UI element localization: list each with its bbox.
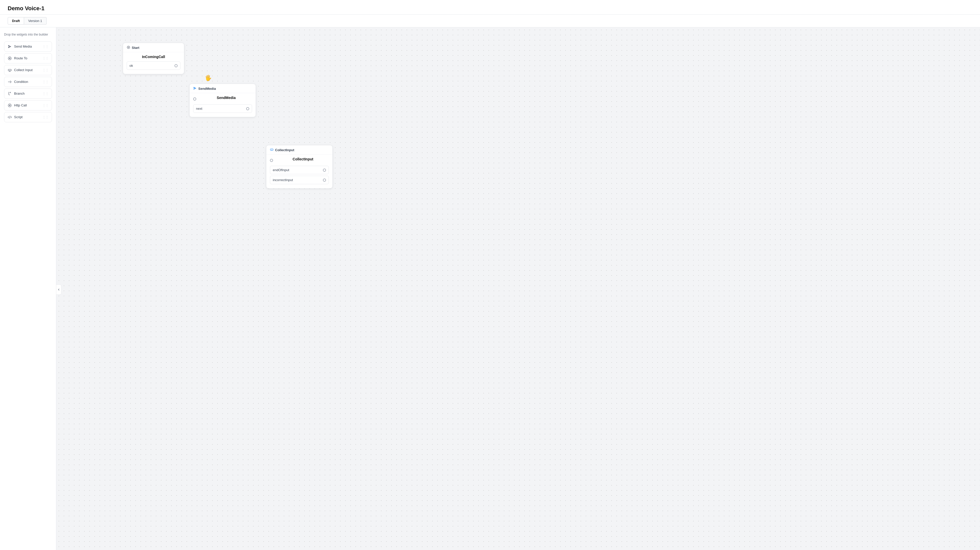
port-label-eof: endOfInput bbox=[273, 168, 289, 172]
sidebar-hint: Drop the widgets into the builder bbox=[4, 32, 52, 37]
node-collectinput-body: CollectInput endOfInput incorrectInput bbox=[266, 154, 332, 188]
sidebar-item-collect-input[interactable]: Collect Input ⋮⋮ bbox=[4, 65, 52, 75]
node-start-body: InComingCall ok bbox=[123, 52, 184, 74]
node-start-header: Start bbox=[123, 43, 184, 52]
sidebar-item-condition[interactable]: Condition ⋮⋮ bbox=[4, 77, 52, 87]
collect-input-icon bbox=[8, 68, 12, 72]
svg-point-1 bbox=[9, 57, 11, 59]
main-layout: Drop the widgets into the builder Send M… bbox=[0, 27, 980, 550]
port-label-ok: ok bbox=[129, 64, 133, 68]
sidebar-item-label: Route To bbox=[14, 56, 27, 60]
version-bar: Draft Version 1 bbox=[0, 14, 980, 27]
sendmedia-node-icon bbox=[193, 86, 197, 91]
svg-point-4 bbox=[9, 105, 11, 106]
sidebar-item-branch[interactable]: Branch ⋮⋮ bbox=[4, 89, 52, 99]
port-dot-incorrect bbox=[323, 178, 326, 182]
sidebar-item-label: Collect Input bbox=[14, 68, 32, 72]
drag-handle: ⋮⋮ bbox=[43, 92, 49, 95]
node-sendmedia-title: SendMedia bbox=[198, 87, 216, 91]
condition-icon bbox=[8, 79, 12, 84]
port-dot-next bbox=[246, 107, 249, 110]
node-start-title: Start bbox=[132, 46, 140, 49]
drag-handle: ⋮⋮ bbox=[43, 45, 49, 48]
sidebar-item-label: Send Media bbox=[14, 45, 32, 48]
send-media-icon bbox=[8, 44, 12, 49]
drag-handle: ⋮⋮ bbox=[43, 68, 49, 72]
cursor-icon: 🖐 bbox=[205, 75, 212, 81]
port-dot-sendmedia-in bbox=[193, 97, 196, 100]
port-dot-eof bbox=[323, 168, 326, 172]
node-start[interactable]: Start InComingCall ok bbox=[123, 43, 184, 74]
node-collectinput[interactable]: CollectInput CollectInput endOfInput inc… bbox=[266, 145, 332, 189]
route-to-icon bbox=[8, 56, 12, 60]
port-dot-ok bbox=[175, 64, 178, 67]
http-call-icon bbox=[8, 103, 12, 108]
node-sendmedia-header: SendMedia bbox=[189, 84, 256, 93]
node-collectinput-header: CollectInput bbox=[266, 145, 332, 154]
node-sendmedia-name: SendMedia bbox=[200, 96, 252, 100]
drag-handle: ⋮⋮ bbox=[43, 57, 49, 60]
app-header: Demo Voice-1 bbox=[0, 0, 980, 14]
port-label-incorrect: incorrectInput bbox=[273, 178, 293, 182]
node-start-name: InComingCall bbox=[127, 55, 180, 59]
sidebar-collapse-button[interactable] bbox=[56, 285, 61, 295]
node-sendmedia-port-next: next bbox=[193, 104, 252, 113]
sidebar-item-send-media[interactable]: Send Media ⋮⋮ bbox=[4, 41, 52, 52]
sidebar-item-label: Branch bbox=[14, 92, 25, 95]
drag-handle: ⋮⋮ bbox=[43, 80, 49, 84]
sidebar: Drop the widgets into the builder Send M… bbox=[0, 27, 56, 550]
canvas[interactable]: 🖐 Start InComingCall ok bbox=[56, 27, 980, 550]
app-title: Demo Voice-1 bbox=[8, 5, 972, 12]
sidebar-item-http-call[interactable]: Http Call ⋮⋮ bbox=[4, 100, 52, 111]
node-sendmedia[interactable]: SendMedia SendMedia next bbox=[189, 84, 256, 117]
start-node-icon bbox=[127, 46, 130, 50]
sidebar-item-label: Condition bbox=[14, 80, 28, 84]
collectinput-node-icon bbox=[270, 148, 274, 152]
svg-point-6 bbox=[128, 47, 129, 48]
sidebar-item-route-to[interactable]: Route To ⋮⋮ bbox=[4, 53, 52, 64]
port-dot-collectinput-in bbox=[270, 159, 273, 162]
node-start-port-ok: ok bbox=[127, 61, 180, 70]
branch-icon bbox=[8, 91, 12, 96]
node-sendmedia-body: SendMedia next bbox=[189, 93, 256, 117]
sidebar-item-label: Script bbox=[14, 115, 22, 119]
node-collectinput-port-incorrect: incorrectInput bbox=[270, 176, 329, 184]
drag-handle: ⋮⋮ bbox=[43, 115, 49, 119]
drag-handle: ⋮⋮ bbox=[43, 103, 49, 107]
sidebar-item-label: Http Call bbox=[14, 103, 27, 107]
port-label-next: next bbox=[196, 107, 202, 111]
node-collectinput-name: CollectInput bbox=[277, 157, 329, 161]
script-icon bbox=[8, 115, 12, 119]
sidebar-item-script[interactable]: Script ⋮⋮ bbox=[4, 112, 52, 122]
node-collectinput-port-eof: endOfInput bbox=[270, 166, 329, 174]
tab-version1[interactable]: Version 1 bbox=[24, 17, 46, 25]
tab-draft[interactable]: Draft bbox=[8, 17, 24, 25]
node-collectinput-title: CollectInput bbox=[275, 148, 294, 152]
